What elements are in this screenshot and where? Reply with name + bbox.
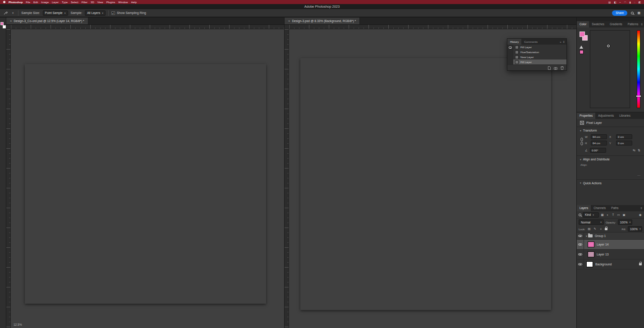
tab-swatches[interactable]: Swatches <box>589 21 607 27</box>
tab-channels[interactable]: Channels <box>591 205 608 211</box>
link-dimensions-icon[interactable] <box>580 137 584 146</box>
new-document-from-state-icon[interactable] <box>548 64 551 72</box>
menubar-status-icon[interactable]: ◧ <box>614 1 616 4</box>
menu-edit[interactable]: Edit <box>33 1 38 4</box>
layer-name[interactable]: Group 1 <box>595 234 606 237</box>
y-position-field[interactable]: 0 cm <box>616 141 632 146</box>
lock-position-icon[interactable]: + <box>599 228 603 231</box>
flip-horizontal-icon[interactable]: ⇆ <box>633 149 635 152</box>
layer-name[interactable]: Layer 13 <box>597 253 608 256</box>
history-state[interactable]: Hue/Saturation <box>513 50 566 55</box>
ruler-origin-corner[interactable] <box>285 25 289 29</box>
opacity-dropdown[interactable]: 100% ▾ <box>618 219 632 225</box>
vertical-ruler[interactable] <box>285 29 289 328</box>
layer-thumbnail[interactable] <box>586 261 593 267</box>
tab-adjustments[interactable]: Adjustments <box>595 113 616 119</box>
layer-thumbnail[interactable] <box>588 251 594 257</box>
blend-mode-dropdown[interactable]: Normal ▾ <box>579 219 604 225</box>
fill-dropdown[interactable]: 100% ▾ <box>628 226 642 232</box>
background-color-swatch[interactable] <box>3 25 6 28</box>
apple-menu-icon[interactable] <box>3 1 5 3</box>
tab-libraries[interactable]: Libraries <box>616 113 633 119</box>
layer-name[interactable]: Layer 14 <box>597 243 608 246</box>
search-icon[interactable] <box>631 12 634 14</box>
layer-thumbnail[interactable] <box>588 241 594 247</box>
layer-row-background[interactable]: Background <box>577 260 644 269</box>
delete-state-icon[interactable] <box>561 64 564 72</box>
document-tab-design3[interactable]: × Design-3.psd @ 8.33% (Background, RGB/… <box>285 18 360 24</box>
workspace-switcher-icon[interactable]: ▦ <box>637 11 640 15</box>
x-position-field[interactable]: 0 cm <box>616 134 632 139</box>
tab-comments[interactable]: Comments <box>521 39 540 45</box>
tab-paths[interactable]: Paths <box>608 205 621 211</box>
tab-history[interactable]: History <box>507 39 521 45</box>
close-tab-icon[interactable]: × <box>288 18 290 24</box>
zoom-level-status[interactable]: 12.5% <box>14 323 22 326</box>
menu-window[interactable]: Window <box>118 1 128 4</box>
panel-menu-icon[interactable]: ≡ <box>563 41 565 43</box>
filter-adjustment-layers-icon[interactable]: ◐ <box>606 213 610 216</box>
horizontal-ruler[interactable] <box>11 25 284 29</box>
menu-layer[interactable]: Layer <box>52 1 59 4</box>
foreground-background-swatches[interactable] <box>0 22 6 28</box>
width-field[interactable]: 64 cm <box>591 134 607 139</box>
sample-dropdown[interactable]: All Layers ▾ <box>85 10 106 16</box>
menubar-wifi-icon[interactable]: ◠ <box>624 1 626 4</box>
menu-filter[interactable]: Filter <box>82 1 87 4</box>
menu-help[interactable]: Help <box>131 1 137 4</box>
layer-filter-search-icon[interactable] <box>579 214 581 216</box>
more-options-icon[interactable]: ⋯ <box>577 174 644 179</box>
layer-row-group1[interactable]: ▾ Group 1 <box>577 232 644 240</box>
menu-photoshop[interactable]: Photoshop <box>9 1 23 4</box>
rotation-angle-field[interactable]: 0.00° <box>590 148 606 153</box>
color-picker-marker[interactable] <box>607 45 610 47</box>
align-section-header[interactable]: ▾ Align and Distribute <box>577 156 644 163</box>
kind-filter-dropdown[interactable]: Kind ▾ <box>583 212 599 218</box>
tab-properties[interactable]: Properties <box>577 113 595 119</box>
filter-shape-layers-icon[interactable]: ▭ <box>616 213 621 217</box>
new-snapshot-icon[interactable] <box>554 64 557 72</box>
menu-plugins[interactable]: Plugins <box>106 1 115 4</box>
lock-all-icon[interactable] <box>605 228 607 230</box>
canvas-design3[interactable] <box>300 58 551 310</box>
foreground-color-swatch[interactable] <box>580 32 585 37</box>
document-tab-coord[interactable]: × Design-3_Co-ord.psd @ 12.5% (Layer 14,… <box>6 18 88 24</box>
lock-transparency-icon[interactable]: ▨ <box>587 227 591 231</box>
lock-pixels-icon[interactable]: ✎ <box>593 227 597 231</box>
align-distribute-icons[interactable] <box>580 168 621 172</box>
panel-menu-icon[interactable]: ≡ <box>640 205 644 211</box>
menubar-status-icon[interactable]: ⌁ <box>619 1 621 4</box>
gamut-warning-icon[interactable] <box>580 46 583 49</box>
menu-file[interactable]: File <box>26 1 30 4</box>
show-sampling-ring-checkbox[interactable]: ✓ Show Sampling Ring <box>111 11 146 15</box>
comment-bubble-icon[interactable] <box>509 46 512 49</box>
background-lock-icon[interactable] <box>639 263 642 265</box>
saturation-brightness-field[interactable] <box>590 30 630 108</box>
menu-view[interactable]: View <box>97 1 103 4</box>
hue-slider-marker[interactable] <box>636 96 641 97</box>
quick-actions-section-header[interactable]: ▾ Quick Actions <box>577 179 644 186</box>
visibility-toggle[interactable] <box>577 250 584 259</box>
tab-patterns[interactable]: Patterns <box>625 21 641 27</box>
foreground-color-swatch[interactable] <box>0 22 4 25</box>
panel-menu-icon[interactable]: ≡ <box>641 21 644 27</box>
pasteboard[interactable] <box>289 29 576 328</box>
visibility-toggle[interactable] <box>577 240 584 249</box>
layer-row-layer13[interactable]: Layer 13 <box>577 250 644 260</box>
align-buttons[interactable] <box>577 167 644 174</box>
history-state[interactable]: New Layer <box>513 55 566 59</box>
menu-select[interactable]: Select <box>71 1 78 4</box>
menu-3d[interactable]: 3D <box>91 1 94 4</box>
tab-layers[interactable]: Layers <box>577 205 591 211</box>
tab-gradients[interactable]: Gradients <box>607 21 625 27</box>
sample-size-dropdown[interactable]: Point Sample ▾ <box>43 10 68 16</box>
filter-smart-objects-icon[interactable]: ▣ <box>622 213 626 217</box>
hue-slider[interactable] <box>637 30 640 108</box>
menubar-control-center-icon[interactable]: ◩ <box>639 1 641 4</box>
history-state[interactable]: Fill Layer <box>513 45 566 50</box>
vertical-ruler[interactable] <box>6 29 11 328</box>
transform-section-header[interactable]: ▾ Transform <box>577 127 644 134</box>
tab-color[interactable]: Color <box>577 21 589 27</box>
ruler-origin-corner[interactable] <box>6 25 11 29</box>
history-state-selected[interactable]: Fill Layer <box>513 59 566 64</box>
